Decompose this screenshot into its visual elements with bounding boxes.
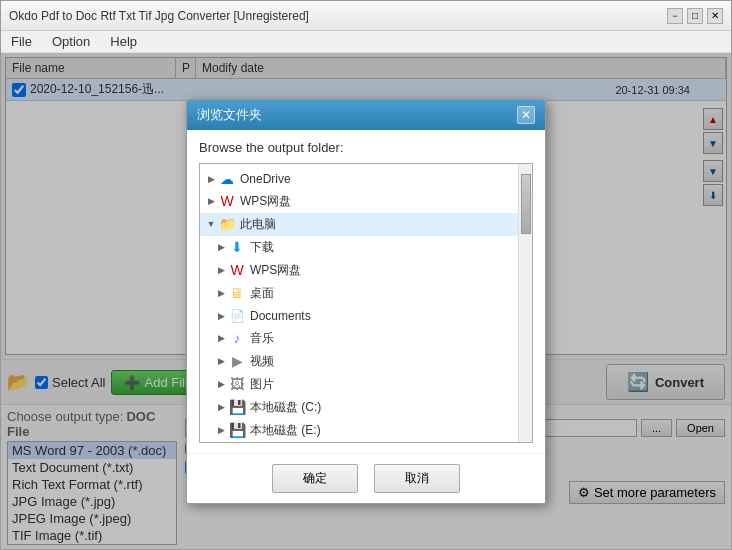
- tree-label: 下载: [250, 239, 274, 256]
- tree-label: 图片: [250, 376, 274, 393]
- tree-arrow: ▶: [214, 402, 228, 412]
- tree-item-images[interactable]: ▶ 🖼 图片: [200, 373, 518, 396]
- tree-label: WPS网盘: [240, 193, 291, 210]
- tree-arrow: ▼: [204, 219, 218, 229]
- tree-arrow: ▶: [204, 174, 218, 184]
- images-icon: 🖼: [228, 376, 246, 392]
- tree-label: 桌面: [250, 285, 274, 302]
- confirm-button[interactable]: 确定: [272, 464, 358, 493]
- modal-title-bar: 浏览文件夹 ✕: [187, 100, 545, 130]
- tree-item-downloads[interactable]: ▶ ⬇ 下载: [200, 236, 518, 259]
- tree-arrow: ▶: [214, 425, 228, 435]
- folder-tree-area: ▶ ☁ OneDrive ▶ W WPS网盘: [199, 163, 533, 443]
- tree-item-drive-e[interactable]: ▶ 💾 本地磁盘 (E:): [200, 419, 518, 442]
- tree-arrow: ▶: [214, 242, 228, 252]
- tree-item-desktop[interactable]: ▶ 🖥 桌面: [200, 282, 518, 305]
- downloads-icon: ⬇: [228, 239, 246, 255]
- mypc-icon: 📁: [218, 216, 236, 232]
- drive-e-icon: 💾: [228, 422, 246, 438]
- wps-cloud-icon: W: [218, 193, 236, 209]
- menu-file[interactable]: File: [5, 32, 38, 51]
- window-controls: － □ ✕: [667, 8, 723, 24]
- drive-c-icon: 💾: [228, 399, 246, 415]
- tree-item-documents[interactable]: ▶ 📄 Documents: [200, 305, 518, 327]
- menu-help[interactable]: Help: [104, 32, 143, 51]
- documents-icon: 📄: [228, 308, 246, 324]
- tree-arrow: ▶: [204, 196, 218, 206]
- tree-item-wps2[interactable]: ▶ W WPS网盘: [200, 259, 518, 282]
- tree-label: WPS网盘: [250, 262, 301, 279]
- tree-item-drive-c[interactable]: ▶ 💾 本地磁盘 (C:): [200, 396, 518, 419]
- tree-arrow: ▶: [214, 333, 228, 343]
- menu-option[interactable]: Option: [46, 32, 96, 51]
- tree-arrow: ▶: [214, 379, 228, 389]
- tree-item-music[interactable]: ▶ ♪ 音乐: [200, 327, 518, 350]
- tree-label: 本地磁盘 (E:): [250, 422, 321, 439]
- app-window: Okdo Pdf to Doc Rtf Txt Tif Jpg Converte…: [0, 0, 732, 550]
- main-content: File name P Modify date 2020-12-10_15215…: [1, 53, 731, 549]
- wps2-icon: W: [228, 262, 246, 278]
- close-window-button[interactable]: ✕: [707, 8, 723, 24]
- tree-label: 音乐: [250, 330, 274, 347]
- onedrive-icon: ☁: [218, 171, 236, 187]
- tree-arrow: ▶: [214, 311, 228, 321]
- tree-scrollbar: [518, 164, 532, 442]
- tree-item-onedrive[interactable]: ▶ ☁ OneDrive: [200, 168, 518, 190]
- tree-label: 此电脑: [240, 216, 276, 233]
- tree-arrow: ▶: [214, 356, 228, 366]
- app-title: Okdo Pdf to Doc Rtf Txt Tif Jpg Converte…: [9, 9, 309, 23]
- minimize-button[interactable]: －: [667, 8, 683, 24]
- modal-overlay: 浏览文件夹 ✕ Browse the output folder: ▶ ☁ On…: [1, 53, 731, 549]
- modal-footer: 确定 取消: [187, 453, 545, 503]
- tree-label: OneDrive: [240, 172, 291, 186]
- tree-item-mypc[interactable]: ▼ 📁 此电脑: [200, 213, 518, 236]
- tree-arrow: ▶: [214, 265, 228, 275]
- tree-label: Documents: [250, 309, 311, 323]
- tree-item-wps-cloud[interactable]: ▶ W WPS网盘: [200, 190, 518, 213]
- music-icon: ♪: [228, 330, 246, 346]
- browse-folder-label: Browse the output folder:: [199, 140, 533, 155]
- modal-body: Browse the output folder: ▶ ☁ OneDrive: [187, 130, 545, 453]
- menu-bar: File Option Help: [1, 31, 731, 53]
- title-bar: Okdo Pdf to Doc Rtf Txt Tif Jpg Converte…: [1, 1, 731, 31]
- desktop-icon: 🖥: [228, 285, 246, 301]
- video-icon: ▶: [228, 353, 246, 369]
- modal-close-button[interactable]: ✕: [517, 106, 535, 124]
- cancel-button[interactable]: 取消: [374, 464, 460, 493]
- scroll-track[interactable]: [520, 164, 532, 442]
- tree-item-video[interactable]: ▶ ▶ 视频: [200, 350, 518, 373]
- maximize-button[interactable]: □: [687, 8, 703, 24]
- modal-title: 浏览文件夹: [197, 106, 262, 124]
- folder-tree[interactable]: ▶ ☁ OneDrive ▶ W WPS网盘: [200, 164, 518, 442]
- tree-label: 本地磁盘 (C:): [250, 399, 321, 416]
- scroll-thumb[interactable]: [521, 174, 531, 234]
- tree-label: 视频: [250, 353, 274, 370]
- browse-folder-dialog: 浏览文件夹 ✕ Browse the output folder: ▶ ☁ On…: [186, 99, 546, 504]
- tree-arrow: ▶: [214, 288, 228, 298]
